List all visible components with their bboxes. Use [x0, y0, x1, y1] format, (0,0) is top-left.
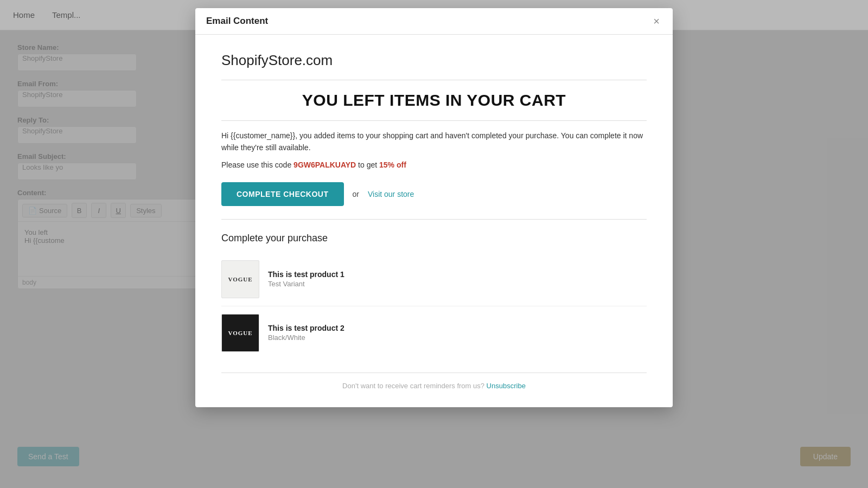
product-info-2: This is test product 2 Black/White: [268, 324, 647, 342]
product-name-2: This is test product 2: [268, 324, 647, 332]
product-list: VOGUE This is test product 1 Test Varian…: [221, 253, 647, 359]
discount-percent: 15% off: [379, 160, 406, 169]
purchase-section-title: Complete your purchase: [221, 233, 647, 244]
modal-header: Email Content ×: [195, 8, 673, 35]
product-image-1: VOGUE: [221, 260, 259, 298]
coupon-code: 9GW6PALKUAYD: [293, 160, 356, 169]
email-body-text: Hi {{customer_name}}, you added items to…: [221, 130, 647, 154]
unsubscribe-link[interactable]: Unsubscribe: [487, 382, 526, 390]
divider-2: [221, 120, 647, 121]
complete-checkout-button[interactable]: COMPLETE CHECKOUT: [221, 182, 344, 206]
coupon-intro: Please use this code: [221, 160, 293, 169]
purchase-section: Complete your purchase VOGUE This is tes…: [221, 233, 647, 359]
divider-3: [221, 219, 647, 220]
coupon-suffix: to get: [356, 160, 379, 169]
divider-4: [221, 373, 647, 373]
product-name-1: This is test product 1: [268, 270, 647, 279]
divider-1: [221, 80, 647, 80]
email-coupon-text: Please use this code 9GW6PALKUAYD to get…: [221, 160, 647, 169]
modal-body: ShopifyStore.com YOU LEFT ITEMS IN YOUR …: [195, 35, 673, 407]
modal-title: Email Content: [206, 16, 268, 27]
email-actions: COMPLETE CHECKOUT or Visit our store: [221, 182, 647, 206]
product-variant-1: Test Variant: [268, 280, 647, 288]
email-footer: Don't want to receive cart reminders fro…: [221, 382, 647, 390]
modal-close-button[interactable]: ×: [651, 16, 662, 27]
visit-store-link[interactable]: Visit our store: [368, 190, 414, 198]
product-image-2: VOGUE: [221, 314, 259, 352]
product-variant-2: Black/White: [268, 333, 647, 342]
product-info-1: This is test product 1 Test Variant: [268, 270, 647, 288]
product-item: VOGUE This is test product 2 Black/White: [221, 306, 647, 359]
product-item: VOGUE This is test product 1 Test Varian…: [221, 253, 647, 306]
footer-text: Don't want to receive cart reminders fro…: [342, 382, 484, 390]
or-text: or: [353, 190, 359, 198]
email-headline: YOU LEFT ITEMS IN YOUR CART: [221, 91, 647, 110]
product-logo-1: VOGUE: [228, 276, 252, 282]
email-store-name: ShopifyStore.com: [221, 52, 647, 69]
email-content-modal: Email Content × ShopifyStore.com YOU LEF…: [195, 8, 673, 407]
product-logo-2: VOGUE: [228, 330, 252, 336]
